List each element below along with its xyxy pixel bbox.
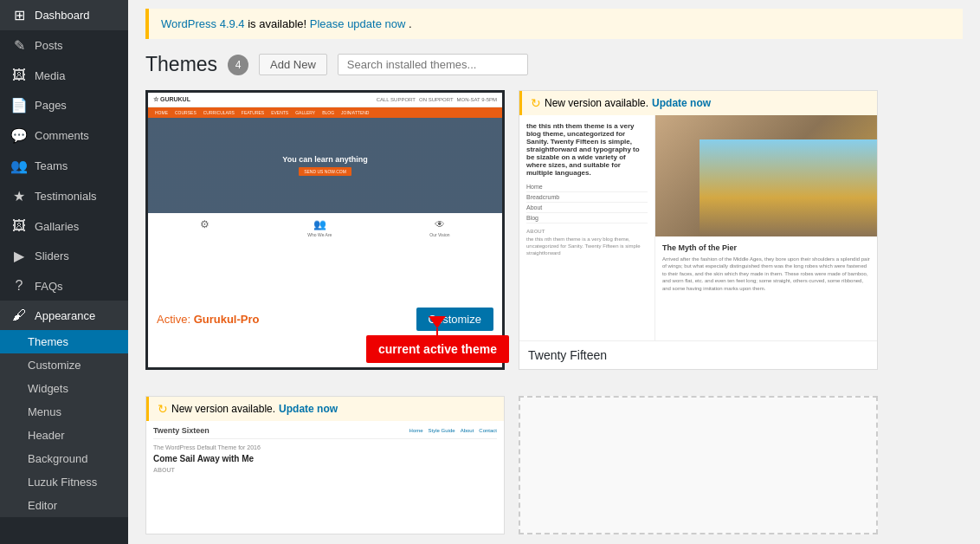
tf-post-content: The Myth of the Pier Arrived after the f… [655, 236, 877, 299]
please-update-link[interactable]: Please update now [310, 17, 406, 30]
update-now-link-tf[interactable]: Update now [652, 97, 711, 109]
annotation-arrow-group: current active theme [366, 316, 509, 363]
arrow-shaft [436, 328, 438, 335]
page-title: Themes [145, 53, 217, 76]
sidebar-item-appearance[interactable]: 🖌 Appearance [0, 301, 128, 330]
media-icon: 🖼 [10, 68, 28, 83]
sidebar-item-sliders[interactable]: ▶ Sliders [0, 241, 128, 271]
update-notice: WordPress 4.9.4 is available! Please upd… [145, 9, 963, 39]
update-now-link-sixteen[interactable]: Update now [279, 403, 338, 415]
sidebar-item-menus[interactable]: Menus [0, 400, 128, 424]
wordpress-update-link[interactable]: WordPress 4.9.4 [161, 17, 245, 30]
themes-grid-row2: ↻ New version available. Update now Twen… [145, 396, 963, 534]
arrow-head [429, 316, 446, 328]
appearance-icon: 🖌 [10, 308, 28, 323]
twenty-sixteen-theme-card[interactable]: ↻ New version available. Update now Twen… [145, 396, 505, 534]
sidebar-item-media[interactable]: 🖼 Media [0, 61, 128, 90]
sixteen-tagline: The WordPress Default Theme for 2016 [153, 444, 497, 450]
sidebar: ⊞ Dashboard ✎ Posts 🖼 Media 📄 Pages 💬 Co… [0, 0, 128, 544]
teams-icon: 👥 [10, 158, 28, 174]
tf-main: The Myth of the Pier Arrived after the f… [655, 115, 877, 340]
tf-hero-image [655, 115, 877, 236]
annotation-bubble: current active theme [366, 335, 509, 363]
new-version-text-sixteen: New version available. [171, 403, 275, 415]
sidebar-item-background[interactable]: Background [0, 447, 128, 470]
sidebar-item-teams[interactable]: 👥 Teams [0, 151, 128, 181]
sidebar-item-faqs[interactable]: ? FAQs [0, 271, 128, 301]
update-icon: ↻ [531, 96, 541, 110]
gurukul-screenshot: ☆ GURUKUL CALL SUPPORT ON SUPPORT MON-SA… [148, 93, 502, 301]
sixteen-section-title: ABOUT [153, 467, 497, 473]
twenty-sixteen-update-bar: ↻ New version available. Update now [146, 397, 504, 421]
twenty-fifteen-name: Twenty Fifteen [528, 348, 868, 362]
themes-grid: ☆ GURUKUL CALL SUPPORT ON SUPPORT MON-SA… [145, 90, 963, 370]
gallaries-icon: 🖼 [10, 218, 28, 234]
update-notice-text: is available! [248, 17, 310, 30]
active-theme-name: Gurukul-Pro [194, 313, 260, 326]
testimonials-icon: ★ [10, 188, 28, 204]
update-icon-sixteen: ↻ [158, 402, 168, 416]
sidebar-item-widgets[interactable]: Widgets [0, 377, 128, 400]
sidebar-item-gallaries[interactable]: 🖼 Gallaries [0, 211, 128, 241]
sidebar-item-testimonials[interactable]: ★ Testimonials [0, 181, 128, 211]
add-new-button[interactable]: Add New [259, 54, 327, 75]
gurukul-logo: ☆ GURUKUL [153, 96, 190, 103]
gurukul-nav: HOMECOURSESCURRICULARSFEATURESEVENTSGALL… [148, 107, 502, 118]
posts-icon: ✎ [10, 37, 28, 54]
pages-icon: 📄 [10, 97, 28, 113]
sliders-icon: ▶ [10, 248, 28, 264]
faqs-icon: ? [10, 278, 28, 294]
twenty-fifteen-theme-card[interactable]: ↻ New version available. Update now the … [519, 90, 878, 370]
dashboard-icon: ⊞ [10, 7, 28, 23]
sidebar-item-posts[interactable]: ✎ Posts [0, 30, 128, 61]
sidebar-item-pages[interactable]: 📄 Pages [0, 90, 128, 120]
page-header: Themes 4 Add New [145, 53, 963, 76]
gurukul-hero: You can learn anything SEND US NOW.COM [148, 118, 502, 213]
appearance-submenu: Themes Customize Widgets Menus Header Ba… [0, 330, 128, 517]
sidebar-item-header[interactable]: Header [0, 424, 128, 447]
gurukul-preview: ☆ GURUKUL CALL SUPPORT ON SUPPORT MON-SA… [148, 93, 502, 301]
update-notice-period: . [409, 17, 412, 30]
twenty-fifteen-footer: Twenty Fifteen [519, 340, 877, 369]
sidebar-item-customize[interactable]: Customize [0, 353, 128, 377]
sidebar-item-comments[interactable]: 💬 Comments [0, 120, 128, 151]
twenty-fifteen-update-bar: ↻ New version available. Update now [519, 91, 877, 115]
sidebar-item-editor[interactable]: Editor [0, 494, 128, 517]
gurukul-features: ⚙ 👥 Who We Are 👁 Our Vision [148, 213, 502, 243]
sixteen-hero-title: Come Sail Away with Me [153, 454, 497, 463]
active-theme-label: Active: Gurukul-Pro [157, 313, 259, 326]
sixteen-nav: Twenty Sixteen Home Style Guide About Co… [153, 426, 497, 439]
empty-theme-slot [519, 396, 878, 534]
theme-count-badge: 4 [228, 55, 248, 75]
search-input[interactable] [338, 54, 528, 75]
sidebar-item-themes[interactable]: Themes [0, 330, 128, 353]
twenty-fifteen-screenshot: the this nth them theme is a very blog t… [519, 115, 877, 340]
main-content: WordPress 4.9.4 is available! Please upd… [128, 0, 980, 544]
twenty-sixteen-screenshot: Twenty Sixteen Home Style Guide About Co… [146, 421, 504, 525]
tf-sidebar: the this nth them theme is a very blog t… [519, 115, 655, 340]
sidebar-item-dashboard[interactable]: ⊞ Dashboard [0, 0, 128, 30]
new-version-text: New version available. [545, 97, 648, 109]
sidebar-item-luzuk-fitness[interactable]: Luzuk Fitness [0, 470, 128, 494]
comments-icon: 💬 [10, 127, 28, 144]
